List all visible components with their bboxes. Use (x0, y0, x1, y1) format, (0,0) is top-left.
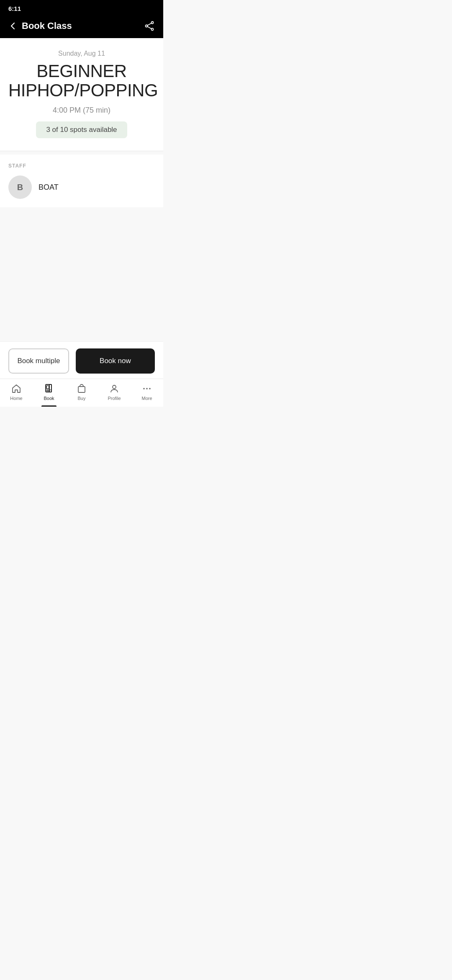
book-icon (44, 383, 54, 394)
share-icon (144, 21, 155, 31)
header: Book Class (0, 15, 163, 38)
nav-item-profile[interactable]: Profile (98, 379, 131, 407)
content-spacer (0, 207, 163, 341)
nav-label-profile: Profile (108, 396, 121, 401)
class-name: BEGINNER HIPHOP/POPPING (8, 62, 155, 100)
profile-icon (109, 383, 120, 394)
home-icon (11, 383, 22, 394)
svg-point-14 (149, 388, 151, 390)
staff-avatar: B (8, 175, 32, 199)
nav-item-more[interactable]: More (131, 379, 163, 407)
status-time: 6:11 (8, 5, 21, 12)
staff-section: STAFF B BOAT (0, 155, 163, 207)
bottom-navigation: Home Book Buy (0, 379, 163, 407)
share-button[interactable] (144, 21, 155, 31)
book-now-button[interactable]: Book now (76, 348, 155, 374)
svg-rect-10 (78, 387, 85, 392)
back-arrow-icon (8, 21, 18, 31)
svg-rect-6 (46, 386, 49, 389)
buy-icon (76, 383, 87, 394)
spots-available-badge: 3 of 10 spots available (36, 121, 127, 138)
svg-point-11 (113, 385, 116, 389)
page-title: Book Class (22, 21, 72, 31)
staff-section-label: STAFF (8, 163, 155, 169)
action-buttons-section: Book multiple Book now (0, 341, 163, 379)
staff-name: BOAT (39, 183, 59, 192)
nav-label-home: Home (10, 396, 22, 401)
back-button[interactable] (8, 21, 18, 31)
nav-label-more: More (141, 396, 152, 401)
svg-point-13 (146, 388, 148, 390)
status-bar: 6:11 (0, 0, 163, 15)
class-date: Sunday, Aug 11 (8, 50, 155, 57)
nav-label-book: Book (44, 396, 54, 401)
more-icon (141, 383, 152, 394)
svg-point-12 (143, 388, 145, 390)
svg-line-3 (147, 23, 152, 25)
class-info-section: Sunday, Aug 11 BEGINNER HIPHOP/POPPING 4… (0, 38, 163, 151)
nav-label-buy: Buy (78, 396, 86, 401)
staff-member: B BOAT (8, 175, 155, 199)
svg-line-4 (147, 26, 152, 28)
nav-item-buy[interactable]: Buy (65, 379, 98, 407)
nav-item-home[interactable]: Home (0, 379, 33, 407)
nav-item-book[interactable]: Book (33, 379, 65, 407)
book-multiple-button[interactable]: Book multiple (8, 348, 69, 374)
class-time: 4:00 PM (75 min) (8, 106, 155, 115)
svg-rect-9 (49, 384, 51, 392)
